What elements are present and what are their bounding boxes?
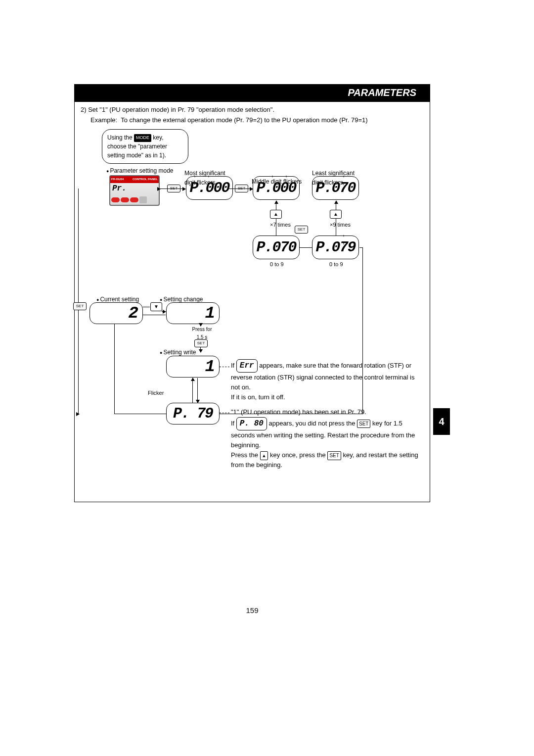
panel-model: FR-DU04 bbox=[111, 177, 124, 182]
page-header: PARAMETERS bbox=[74, 84, 430, 101]
panel-ctrl: CONTROL PANEL bbox=[133, 177, 158, 182]
set-key-inline: SET bbox=[327, 451, 341, 460]
bubble-l3: setting mode" as in 1). bbox=[107, 151, 183, 160]
panel-display: Pr. bbox=[112, 183, 127, 195]
lcd-p000-a: P.000' ' bbox=[186, 176, 233, 200]
content-frame: 2) Set "1" (PU operation mode) in Pr. 79… bbox=[74, 101, 430, 502]
up-key-inline bbox=[260, 451, 268, 460]
chapter-tab: 4 bbox=[433, 408, 450, 435]
fr-du04-panel: FR-DU04 CONTROL PANEL Pr. bbox=[109, 175, 160, 206]
example-text: Example: To change the external operatio… bbox=[81, 115, 424, 126]
p80-display: P. 80 bbox=[236, 417, 267, 430]
range-b: 0 to 9 bbox=[329, 260, 343, 269]
step-text: 2) Set "1" (PU operation mode) in Pr. 79… bbox=[81, 105, 424, 115]
lcd-p079: P.079' ' bbox=[312, 236, 359, 259]
up-button[interactable]: ▲ bbox=[330, 210, 342, 219]
lcd-p070-b: P.070 bbox=[253, 236, 300, 259]
lcd-p070: P.070' ' bbox=[312, 176, 359, 200]
callout-bubble: Using the MODE key, choose the "paramete… bbox=[102, 129, 188, 164]
set-key-inline: SET bbox=[357, 420, 370, 428]
page-number: 159 bbox=[74, 606, 430, 614]
set-button[interactable]: SET bbox=[295, 226, 308, 234]
x9-label: ×9 times bbox=[330, 221, 351, 230]
param-mode-label: Parameter setting mode bbox=[106, 166, 174, 176]
set-button[interactable]: SET bbox=[73, 302, 87, 310]
lcd-one: 1 bbox=[166, 302, 220, 324]
down-button[interactable]: ▼ bbox=[150, 302, 162, 311]
note-err: If Err appears, make sure that the forwa… bbox=[231, 359, 419, 402]
flicker-label: Flicker bbox=[148, 389, 164, 398]
note-p80: "1" (PU operation mode) has been set in … bbox=[231, 407, 419, 471]
mode-key: MODE bbox=[134, 134, 151, 142]
bubble-l1b: key, bbox=[151, 134, 163, 141]
bubble-l1a: Using the bbox=[107, 134, 134, 141]
x7-label: ×7 times bbox=[270, 221, 291, 230]
bubble-l2: choose the "parameter bbox=[107, 142, 183, 151]
up-button[interactable]: ▲ bbox=[270, 210, 282, 219]
lcd-p000-b: P.000' ' bbox=[253, 176, 300, 200]
range-a: 0 to 9 bbox=[270, 260, 284, 269]
set-button[interactable]: SET bbox=[194, 339, 208, 347]
lcd-p79: P. 79 bbox=[166, 403, 220, 425]
lcd-one2: 1 bbox=[166, 356, 220, 378]
lcd-two: 2 bbox=[89, 302, 143, 324]
err-display: Err bbox=[236, 359, 258, 373]
